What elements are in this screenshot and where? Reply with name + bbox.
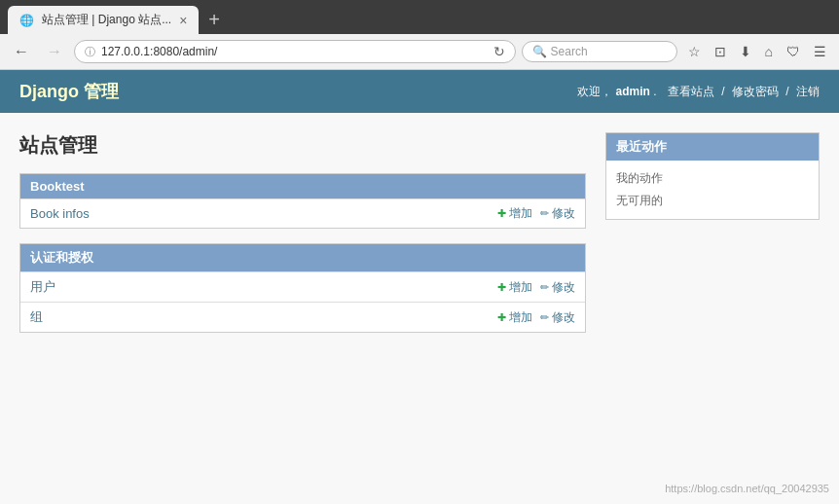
change-password-link[interactable]: 修改密码 [732,85,779,98]
sep1: / [721,85,724,98]
browser-chrome: 🌐 站点管理 | Django 站点... × + ← → ⓘ 127.0.0.… [0,0,839,70]
add-bookinfos-label: 增加 [509,205,532,222]
new-tab-button[interactable]: + [202,9,226,31]
add-bookinfos-link[interactable]: ✚ 增加 [497,205,532,222]
change-user-link[interactable]: ✏ 修改 [540,279,575,296]
add-user-icon: ✚ [497,281,506,294]
change-group-label: 修改 [552,309,575,326]
tab-title: 站点管理 | Django 站点... [42,12,171,28]
admin-main: 站点管理 Booktest Book infos ✚ 增加 ✏ 修改 [19,132,586,347]
menu-icon[interactable]: ☰ [809,41,831,62]
add-icon: ✚ [497,207,506,220]
recent-actions-content: 我的动作 无可用的 [606,161,819,219]
sep2: / [785,85,788,98]
download-icon[interactable]: ⬇ [735,41,756,62]
change-bookinfos-link[interactable]: ✏ 修改 [540,205,575,222]
change-icon: ✏ [540,207,549,220]
admin-title: Django 管理 [19,80,119,103]
recent-actions-panel: 最近动作 我的动作 无可用的 [605,132,820,220]
admin-content: 站点管理 Booktest Book infos ✚ 增加 ✏ 修改 [0,113,839,367]
app-section-header-booktest: Booktest [20,174,585,198]
recent-actions-subtitle: 我的动作 [616,170,809,187]
address-bar[interactable]: ⓘ 127.0.0.1:8080/admin/ ↻ [74,40,516,63]
tab-favicon: 🌐 [19,14,34,27]
view-site-link[interactable]: 查看站点 [668,85,714,98]
address-text: 127.0.0.1:8080/admin/ [101,45,488,58]
recent-actions-header: 最近动作 [606,133,819,161]
forward-button[interactable]: → [41,41,68,62]
admin-header: Django 管理 欢迎， admin . 查看站点 / 修改密码 / 注销 [0,70,839,113]
search-icon: 🔍 [532,45,547,58]
shield-icon[interactable]: 🛡 [782,41,805,62]
model-actions-user: ✚ 增加 ✏ 修改 [497,279,575,296]
model-link-bookinfos[interactable]: Book infos [30,206,497,221]
reload-button[interactable]: ↻ [493,44,505,59]
tab-close-button[interactable]: × [179,14,187,27]
bookmark-icon[interactable]: ☆ [683,41,706,62]
change-group-link[interactable]: ✏ 修改 [540,309,575,326]
change-user-label: 修改 [552,279,575,296]
welcome-text: 欢迎， [577,85,612,98]
admin-user-info: 欢迎， admin . 查看站点 / 修改密码 / 注销 [577,84,820,100]
add-user-label: 增加 [509,279,532,296]
django-admin: Django 管理 欢迎， admin . 查看站点 / 修改密码 / 注销 站… [0,70,839,504]
search-placeholder-text: Search [551,45,588,58]
nav-bar: ← → ⓘ 127.0.0.1:8080/admin/ ↻ 🔍 Search ☆… [0,34,839,70]
home-icon[interactable]: ⌂ [760,41,778,62]
page-title: 站点管理 [19,132,586,159]
add-group-link[interactable]: ✚ 增加 [497,309,532,326]
logout-link[interactable]: 注销 [796,85,820,98]
active-tab[interactable]: 🌐 站点管理 | Django 站点... × [8,6,199,34]
address-info-icon: ⓘ [85,45,95,59]
tab-bar: 🌐 站点管理 | Django 站点... × + [0,0,839,34]
add-user-link[interactable]: ✚ 增加 [497,279,532,296]
model-link-user[interactable]: 用户 [30,278,497,296]
app-section-auth: 认证和授权 用户 ✚ 增加 ✏ 修改 组 [19,243,586,333]
admin-username: admin [616,85,650,98]
model-actions-group: ✚ 增加 ✏ 修改 [497,309,575,326]
browser-search-bar[interactable]: 🔍 Search [522,41,677,62]
recent-actions-empty: 无可用的 [616,193,809,209]
model-row-bookinfos: Book infos ✚ 增加 ✏ 修改 [20,198,585,228]
app-section-booktest: Booktest Book infos ✚ 增加 ✏ 修改 [19,173,586,229]
model-link-group[interactable]: 组 [30,308,497,326]
back-button[interactable]: ← [8,41,35,62]
profile-icon[interactable]: ⊡ [710,41,731,62]
model-row-group: 组 ✚ 增加 ✏ 修改 [20,302,585,332]
change-user-icon: ✏ [540,281,549,294]
model-actions-bookinfos: ✚ 增加 ✏ 修改 [497,205,575,222]
toolbar-icons: ☆ ⊡ ⬇ ⌂ 🛡 ☰ [683,41,831,62]
app-section-header-auth: 认证和授权 [20,244,585,271]
watermark: https://blog.csdn.net/qq_20042935 [665,483,829,494]
model-row-user: 用户 ✚ 增加 ✏ 修改 [20,271,585,302]
add-group-icon: ✚ [497,311,506,324]
change-bookinfos-label: 修改 [552,205,575,222]
admin-sidebar: 最近动作 我的动作 无可用的 [605,132,820,347]
change-group-icon: ✏ [540,311,549,324]
add-group-label: 增加 [509,309,532,326]
